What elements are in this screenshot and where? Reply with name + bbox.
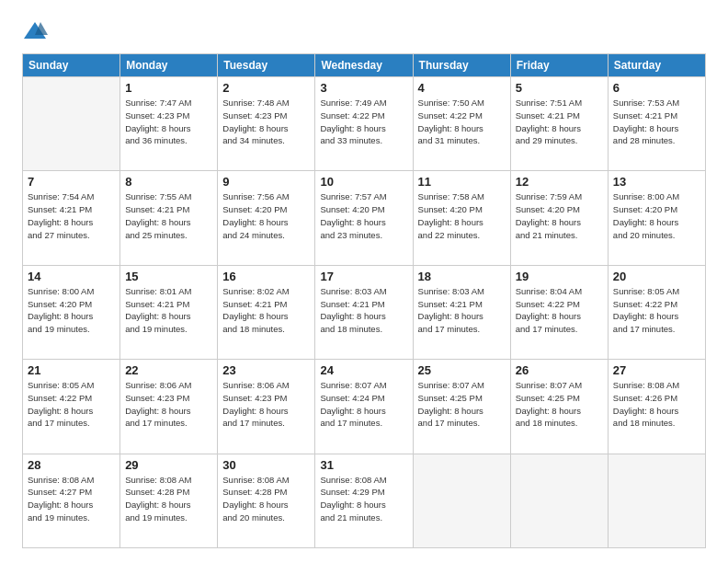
- calendar-cell: 2Sunrise: 7:48 AM Sunset: 4:23 PM Daylig…: [218, 77, 315, 171]
- day-number: 19: [516, 270, 603, 283]
- calendar-table: SundayMondayTuesdayWednesdayThursdayFrid…: [22, 53, 706, 548]
- day-number: 2: [222, 81, 310, 95]
- day-number: 6: [613, 81, 700, 95]
- calendar-cell: 14Sunrise: 8:00 AM Sunset: 4:20 PM Dayli…: [23, 265, 120, 359]
- day-number: 23: [222, 363, 310, 377]
- calendar-cell: 15Sunrise: 8:01 AM Sunset: 4:21 PM Dayli…: [120, 265, 218, 359]
- day-info: Sunrise: 7:58 AM Sunset: 4:20 PM Dayligh…: [418, 190, 506, 241]
- calendar-cell: 11Sunrise: 7:58 AM Sunset: 4:20 PM Dayli…: [413, 171, 510, 265]
- day-number: 20: [613, 270, 700, 283]
- day-number: 5: [516, 81, 603, 95]
- day-number: 29: [125, 458, 212, 472]
- day-number: 16: [222, 270, 310, 283]
- day-info: Sunrise: 7:51 AM Sunset: 4:21 PM Dayligh…: [516, 97, 603, 147]
- calendar-cell: 21Sunrise: 8:05 AM Sunset: 4:22 PM Dayli…: [23, 360, 120, 454]
- calendar-cell: [510, 454, 608, 547]
- calendar-cell: 20Sunrise: 8:05 AM Sunset: 4:22 PM Dayli…: [608, 265, 705, 359]
- day-info: Sunrise: 8:06 AM Sunset: 4:23 PM Dayligh…: [125, 379, 212, 430]
- day-info: Sunrise: 8:02 AM Sunset: 4:21 PM Dayligh…: [222, 285, 310, 336]
- day-info: Sunrise: 7:56 AM Sunset: 4:20 PM Dayligh…: [222, 190, 310, 241]
- day-number: 7: [28, 175, 115, 189]
- day-info: Sunrise: 8:01 AM Sunset: 4:21 PM Dayligh…: [125, 285, 212, 336]
- day-info: Sunrise: 7:48 AM Sunset: 4:23 PM Dayligh…: [222, 97, 310, 147]
- calendar-cell: 3Sunrise: 7:49 AM Sunset: 4:22 PM Daylig…: [315, 77, 413, 171]
- day-info: Sunrise: 8:04 AM Sunset: 4:22 PM Dayligh…: [516, 285, 603, 336]
- calendar-cell: 7Sunrise: 7:54 AM Sunset: 4:21 PM Daylig…: [23, 171, 120, 265]
- calendar-cell: 23Sunrise: 8:06 AM Sunset: 4:23 PM Dayli…: [218, 360, 315, 454]
- calendar-cell: 31Sunrise: 8:08 AM Sunset: 4:29 PM Dayli…: [315, 454, 413, 547]
- day-number: 4: [418, 81, 506, 95]
- calendar-cell: [608, 454, 705, 547]
- day-info: Sunrise: 8:05 AM Sunset: 4:22 PM Dayligh…: [28, 379, 115, 430]
- day-number: 9: [222, 175, 310, 189]
- calendar-cell: 18Sunrise: 8:03 AM Sunset: 4:21 PM Dayli…: [413, 265, 510, 359]
- day-info: Sunrise: 8:07 AM Sunset: 4:25 PM Dayligh…: [418, 379, 506, 430]
- calendar-cell: 22Sunrise: 8:06 AM Sunset: 4:23 PM Dayli…: [120, 360, 218, 454]
- day-info: Sunrise: 7:50 AM Sunset: 4:22 PM Dayligh…: [418, 97, 506, 147]
- calendar-cell: 1Sunrise: 7:47 AM Sunset: 4:23 PM Daylig…: [120, 77, 218, 171]
- calendar-cell: 28Sunrise: 8:08 AM Sunset: 4:27 PM Dayli…: [23, 454, 120, 547]
- day-info: Sunrise: 8:08 AM Sunset: 4:28 PM Dayligh…: [125, 474, 212, 524]
- logo: [22, 18, 51, 44]
- day-number: 14: [28, 270, 115, 283]
- day-info: Sunrise: 8:08 AM Sunset: 4:26 PM Dayligh…: [613, 379, 700, 430]
- day-info: Sunrise: 8:08 AM Sunset: 4:29 PM Dayligh…: [320, 474, 407, 524]
- calendar-cell: 17Sunrise: 8:03 AM Sunset: 4:21 PM Dayli…: [315, 265, 413, 359]
- day-number: 21: [28, 363, 115, 377]
- calendar-cell: 30Sunrise: 8:08 AM Sunset: 4:28 PM Dayli…: [218, 454, 315, 547]
- calendar-cell: 29Sunrise: 8:08 AM Sunset: 4:28 PM Dayli…: [120, 454, 218, 547]
- weekday-header-tuesday: Tuesday: [218, 54, 315, 77]
- week-row-3: 14Sunrise: 8:00 AM Sunset: 4:20 PM Dayli…: [23, 265, 706, 359]
- calendar-cell: 8Sunrise: 7:55 AM Sunset: 4:21 PM Daylig…: [120, 171, 218, 265]
- calendar-cell: 10Sunrise: 7:57 AM Sunset: 4:20 PM Dayli…: [315, 171, 413, 265]
- day-number: 3: [320, 81, 407, 95]
- week-row-1: 1Sunrise: 7:47 AM Sunset: 4:23 PM Daylig…: [23, 77, 706, 171]
- day-info: Sunrise: 7:53 AM Sunset: 4:21 PM Dayligh…: [613, 97, 700, 147]
- day-number: 11: [418, 175, 506, 189]
- weekday-header-friday: Friday: [510, 54, 608, 77]
- day-info: Sunrise: 8:08 AM Sunset: 4:28 PM Dayligh…: [222, 474, 310, 524]
- week-row-2: 7Sunrise: 7:54 AM Sunset: 4:21 PM Daylig…: [23, 171, 706, 265]
- calendar-cell: 24Sunrise: 8:07 AM Sunset: 4:24 PM Dayli…: [315, 360, 413, 454]
- calendar-cell: 9Sunrise: 7:56 AM Sunset: 4:20 PM Daylig…: [218, 171, 315, 265]
- day-number: 26: [516, 363, 603, 377]
- weekday-header-row: SundayMondayTuesdayWednesdayThursdayFrid…: [23, 54, 706, 77]
- calendar-cell: 12Sunrise: 7:59 AM Sunset: 4:20 PM Dayli…: [510, 171, 608, 265]
- calendar-cell: 6Sunrise: 7:53 AM Sunset: 4:21 PM Daylig…: [608, 77, 705, 171]
- day-number: 15: [125, 270, 212, 283]
- header: [22, 18, 706, 44]
- calendar-cell: 4Sunrise: 7:50 AM Sunset: 4:22 PM Daylig…: [413, 77, 510, 171]
- calendar-cell: 16Sunrise: 8:02 AM Sunset: 4:21 PM Dayli…: [218, 265, 315, 359]
- day-info: Sunrise: 7:57 AM Sunset: 4:20 PM Dayligh…: [320, 190, 407, 241]
- weekday-header-saturday: Saturday: [608, 54, 705, 77]
- weekday-header-sunday: Sunday: [23, 54, 120, 77]
- day-info: Sunrise: 8:05 AM Sunset: 4:22 PM Dayligh…: [613, 285, 700, 336]
- day-info: Sunrise: 7:47 AM Sunset: 4:23 PM Dayligh…: [125, 97, 212, 147]
- day-number: 13: [613, 175, 700, 189]
- day-info: Sunrise: 8:03 AM Sunset: 4:21 PM Dayligh…: [320, 285, 407, 336]
- weekday-header-monday: Monday: [120, 54, 218, 77]
- day-number: 10: [320, 175, 407, 189]
- calendar-cell: [23, 77, 120, 171]
- page: SundayMondayTuesdayWednesdayThursdayFrid…: [0, 0, 728, 563]
- day-number: 18: [418, 270, 506, 283]
- day-info: Sunrise: 8:00 AM Sunset: 4:20 PM Dayligh…: [28, 285, 115, 336]
- day-info: Sunrise: 8:00 AM Sunset: 4:20 PM Dayligh…: [613, 190, 700, 241]
- week-row-4: 21Sunrise: 8:05 AM Sunset: 4:22 PM Dayli…: [23, 360, 706, 454]
- day-number: 28: [28, 458, 115, 472]
- calendar-cell: 25Sunrise: 8:07 AM Sunset: 4:25 PM Dayli…: [413, 360, 510, 454]
- calendar-cell: 26Sunrise: 8:07 AM Sunset: 4:25 PM Dayli…: [510, 360, 608, 454]
- logo-icon: [22, 18, 48, 44]
- day-info: Sunrise: 8:07 AM Sunset: 4:24 PM Dayligh…: [320, 379, 407, 430]
- day-number: 12: [516, 175, 603, 189]
- day-number: 8: [125, 175, 212, 189]
- day-info: Sunrise: 8:08 AM Sunset: 4:27 PM Dayligh…: [28, 474, 115, 524]
- weekday-header-thursday: Thursday: [413, 54, 510, 77]
- calendar-cell: 5Sunrise: 7:51 AM Sunset: 4:21 PM Daylig…: [510, 77, 608, 171]
- day-number: 27: [613, 363, 700, 377]
- day-number: 31: [320, 458, 407, 472]
- day-number: 17: [320, 270, 407, 283]
- day-number: 22: [125, 363, 212, 377]
- weekday-header-wednesday: Wednesday: [315, 54, 413, 77]
- calendar-cell: 27Sunrise: 8:08 AM Sunset: 4:26 PM Dayli…: [608, 360, 705, 454]
